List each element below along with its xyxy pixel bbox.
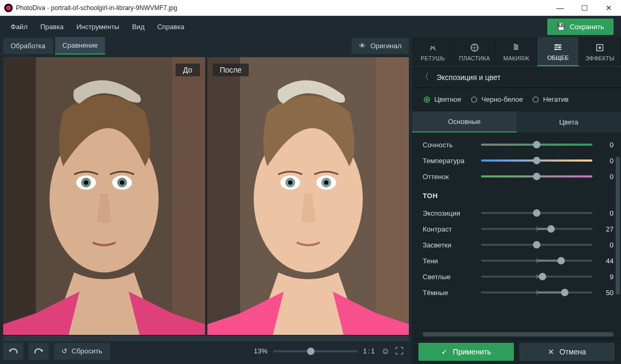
face-detect-icon[interactable]: ☺ xyxy=(381,347,390,356)
cancel-button[interactable]: ✕ Отмена xyxy=(519,343,615,361)
label-exposure: Экспозиция xyxy=(423,209,476,217)
image-viewer: До xyxy=(3,57,409,335)
redo-button[interactable] xyxy=(29,343,49,360)
label-before: До xyxy=(176,64,199,76)
svg-point-27 xyxy=(555,48,556,50)
value-shadows: 44 xyxy=(598,257,614,265)
radio-negative[interactable]: Негатив xyxy=(532,95,568,103)
slider-temperature[interactable] xyxy=(481,159,592,162)
svg-point-16 xyxy=(288,180,292,184)
value-temperature: 0 xyxy=(598,157,614,165)
svg-rect-23 xyxy=(514,44,516,49)
zoom-1to1[interactable]: 1:1 xyxy=(363,347,376,355)
menu-help[interactable]: Справка xyxy=(151,20,190,34)
tab-process[interactable]: Обработка xyxy=(3,38,53,54)
label-temperature: Температура xyxy=(423,157,476,165)
label-vibrance: Сочность xyxy=(423,141,476,149)
tab-compare[interactable]: Сравнение xyxy=(55,37,106,55)
viewer-hscrollbar[interactable] xyxy=(3,336,409,341)
apply-button[interactable]: ✓ Применить xyxy=(418,343,514,361)
makeup-icon xyxy=(511,42,521,53)
reset-button[interactable]: ↺ Сбросить xyxy=(54,343,110,360)
panel-vscrollbar[interactable] xyxy=(616,157,620,295)
app-icon xyxy=(4,4,13,12)
slider-highlights[interactable] xyxy=(481,244,592,246)
minimize-button[interactable]: — xyxy=(548,0,572,16)
value-highlights: 0 xyxy=(598,241,614,249)
slider-contrast[interactable] xyxy=(481,228,592,230)
value-contrast: 27 xyxy=(598,225,614,233)
slider-blacks[interactable] xyxy=(481,291,592,294)
original-label: Оригинал xyxy=(370,42,401,50)
subtab-colors[interactable]: Цвета xyxy=(517,111,621,132)
value-blacks: 50 xyxy=(598,289,614,297)
original-button[interactable]: 👁 Оригинал xyxy=(352,38,409,54)
label-shadows: Тени xyxy=(423,257,476,265)
menu-edit[interactable]: Правка xyxy=(34,20,70,34)
value-tint: 0 xyxy=(598,173,614,181)
tool-effects[interactable]: ЭФФЕКТЫ xyxy=(579,37,621,66)
svg-rect-11 xyxy=(207,57,240,335)
save-icon: 💾 xyxy=(557,23,565,31)
tool-makeup[interactable]: МАКИЯЖ xyxy=(496,37,538,66)
value-exposure: 0 xyxy=(598,209,614,217)
svg-point-19 xyxy=(324,180,328,184)
window-title: PhotoDiva - portrait-of-schoolgirl-in-li… xyxy=(16,4,177,12)
undo-button[interactable] xyxy=(3,343,23,360)
tool-retouch[interactable]: РЕТУШЬ xyxy=(412,37,454,66)
save-label: Сохранить xyxy=(570,23,604,31)
label-blacks: Тёмные xyxy=(423,289,476,297)
svg-point-25 xyxy=(556,44,557,46)
save-button[interactable]: 💾 Сохранить xyxy=(547,19,614,35)
effects-icon xyxy=(594,42,605,53)
image-after[interactable]: После xyxy=(207,57,409,335)
panel-hscrollbar[interactable] xyxy=(423,332,614,336)
retouch-icon xyxy=(427,42,438,53)
image-before[interactable]: До xyxy=(3,57,205,335)
zoom-percentage: 13% xyxy=(254,347,268,355)
sliders-icon xyxy=(553,42,563,52)
reset-label: Сбросить xyxy=(72,347,102,355)
svg-point-9 xyxy=(120,180,124,184)
back-chevron-icon[interactable]: 〈 xyxy=(421,72,429,83)
svg-rect-2 xyxy=(172,57,205,335)
label-contrast: Контраст xyxy=(423,225,476,233)
slider-shadows[interactable] xyxy=(481,260,592,262)
panel-title: Экспозиция и цвет xyxy=(436,73,501,82)
subtab-basic[interactable]: Основные xyxy=(412,111,517,132)
label-whites: Светлые xyxy=(423,273,476,281)
slider-tint[interactable] xyxy=(481,175,592,177)
check-icon: ✓ xyxy=(441,348,448,356)
label-tint: Оттенок xyxy=(423,173,476,181)
zoom-slider[interactable] xyxy=(273,350,358,352)
svg-point-20 xyxy=(431,46,432,48)
eye-icon: 👁 xyxy=(359,42,366,50)
svg-rect-24 xyxy=(517,45,518,49)
slider-exposure[interactable] xyxy=(481,212,592,214)
reset-icon: ↺ xyxy=(62,347,67,355)
menubar: Файл Правка Инструменты Вид Справка 💾 Со… xyxy=(0,16,621,37)
svg-point-26 xyxy=(559,46,561,48)
radio-bw[interactable]: Черно-белое xyxy=(471,95,523,103)
menu-view[interactable]: Вид xyxy=(126,20,151,34)
section-tone: ТОН xyxy=(423,184,614,205)
slider-vibrance[interactable] xyxy=(481,144,592,146)
value-vibrance: 0 xyxy=(598,141,614,149)
svg-point-21 xyxy=(433,46,435,48)
tool-general[interactable]: ОБЩЕЕ xyxy=(537,37,579,66)
slider-whites[interactable] xyxy=(481,276,592,278)
radio-color[interactable]: Цветное xyxy=(424,95,461,103)
fullscreen-icon[interactable]: ⛶ xyxy=(395,347,404,356)
menu-file[interactable]: Файл xyxy=(4,20,34,34)
titlebar: PhotoDiva - portrait-of-schoolgirl-in-li… xyxy=(0,0,621,16)
close-icon: ✕ xyxy=(548,348,554,356)
svg-point-29 xyxy=(599,46,601,49)
maximize-button[interactable]: ☐ xyxy=(572,0,597,16)
menu-tools[interactable]: Инструменты xyxy=(70,20,126,34)
label-after: После xyxy=(213,64,249,76)
svg-point-6 xyxy=(84,180,88,184)
close-button[interactable]: ✕ xyxy=(597,0,621,16)
value-whites: 9 xyxy=(598,273,614,281)
tool-plastic[interactable]: ПЛАСТИКА xyxy=(454,37,496,66)
cancel-label: Отмена xyxy=(559,348,586,356)
